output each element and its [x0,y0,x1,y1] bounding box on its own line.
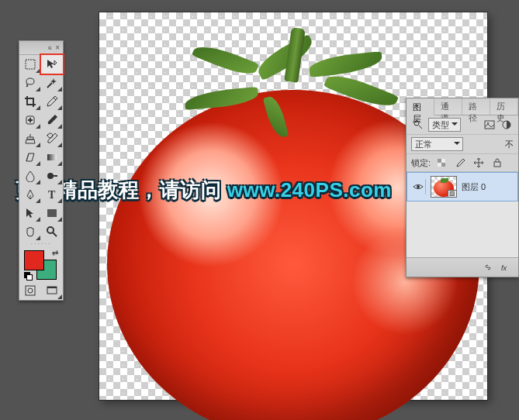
svg-text:T: T [48,189,56,201]
tab-layers[interactable]: 图层 [407,99,434,115]
smart-object-badge-icon: ▧ [448,190,457,198]
svg-point-6 [47,173,54,179]
tab-channels[interactable]: 通道 [434,98,462,115]
layer-name-label[interactable]: 图层 0 [462,181,486,193]
layer-filter-select[interactable]: 类型 [428,118,461,132]
layer-thumbnail[interactable]: ▧ [431,176,457,198]
svg-rect-5 [47,154,57,160]
spot-healing-brush-tool[interactable] [19,111,41,129]
svg-line-17 [419,126,422,129]
hand-tool[interactable] [19,222,41,241]
tools-panel: « × [19,40,64,301]
rectangle-shape-tool[interactable] [41,204,63,222]
svg-point-13 [28,288,33,293]
lock-image-icon[interactable] [452,157,468,169]
blend-mode-select[interactable]: 正常 [411,137,463,151]
rectangular-marquee-tool[interactable] [19,55,41,74]
svg-rect-12 [26,286,35,295]
lasso-tool[interactable] [19,74,41,92]
svg-rect-22 [441,163,445,167]
crop-tool[interactable] [19,92,41,111]
default-colors-icon[interactable] [24,272,32,280]
tab-history[interactable]: 历史 [490,98,518,115]
dodge-tool[interactable] [41,167,63,185]
svg-rect-18 [485,121,494,129]
layer-filter-row: 类型 [407,115,518,135]
standard-mode-icon[interactable] [19,281,41,300]
swap-colors-icon[interactable]: ⇄ [52,249,58,257]
type-tool[interactable]: T [41,185,63,204]
filter-adjust-icon[interactable] [500,119,514,131]
layer-fx-icon[interactable]: fx [500,261,514,274]
eye-icon [413,181,424,192]
layers-panel-footer: fx [407,257,518,277]
foreground-color-swatch[interactable] [24,250,44,270]
layer-visibility-toggle[interactable] [410,179,426,195]
svg-rect-23 [441,159,445,163]
eyedropper-tool[interactable] [41,92,63,111]
svg-text:fx: fx [501,264,507,272]
svg-rect-15 [47,287,57,288]
screen-mode-icon[interactable] [41,281,63,300]
opacity-label: 不 [505,139,514,150]
layer-list: ▧ 图层 0 [407,172,518,257]
layers-panel: 图层 通道 路径 历史 类型 正常 不 锁定: [406,98,519,277]
svg-point-26 [417,185,420,188]
lock-all-icon[interactable] [490,157,505,169]
svg-rect-0 [26,60,35,69]
svg-rect-25 [494,162,500,167]
svg-point-10 [47,227,54,233]
color-swatches: ⇄ [19,246,63,281]
filter-image-icon[interactable] [483,119,497,131]
lock-row: 锁定: [407,154,518,172]
panel-close-icon[interactable]: × [55,43,60,52]
blend-mode-row: 正常 不 [407,135,518,154]
pen-tool[interactable] [19,185,41,204]
layer-item-0[interactable]: ▧ 图层 0 [407,172,518,201]
svg-line-1 [47,83,52,88]
magic-wand-tool[interactable] [41,74,63,92]
panel-collapse-icon[interactable]: « [48,43,53,52]
lock-label: 锁定: [411,157,431,169]
zoom-tool[interactable] [41,222,63,241]
tools-grid: T ······ ⇄ [19,55,63,300]
blur-tool[interactable] [19,167,41,185]
watermark-text: 更多精品教程，请访问 www.240PS.com [16,177,392,204]
path-selection-tool[interactable] [19,204,41,222]
layers-panel-tabs: 图层 通道 路径 历史 [407,98,518,115]
svg-rect-21 [438,159,441,163]
lock-position-icon[interactable] [471,157,486,169]
svg-rect-9 [47,209,57,217]
history-brush-tool[interactable] [41,129,63,148]
svg-line-11 [53,232,57,236]
lock-transparency-icon[interactable] [434,157,449,169]
tools-panel-header[interactable]: « × [19,41,63,55]
svg-rect-24 [438,163,441,167]
brush-tool[interactable] [41,111,63,129]
eraser-tool[interactable] [19,148,41,167]
link-layers-icon[interactable] [481,261,495,274]
move-tool[interactable] [41,55,63,74]
gradient-tool[interactable] [41,148,63,167]
clone-stamp-tool[interactable] [19,129,41,148]
tab-paths[interactable]: 路径 [462,98,490,115]
